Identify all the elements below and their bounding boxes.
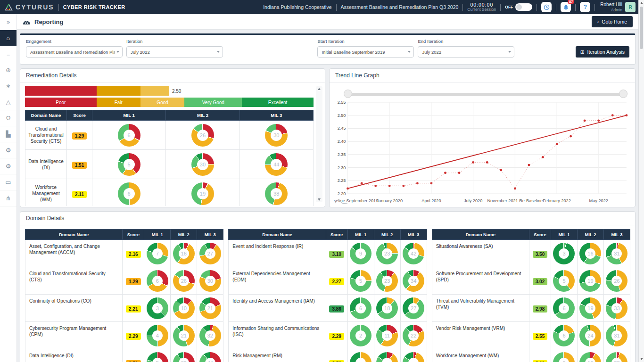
mil-donut-chart: 16 <box>173 243 195 264</box>
mil-cell: 6 <box>92 179 166 206</box>
donut-count: 44 <box>205 358 215 362</box>
score-cell: 3.50 <box>529 240 551 267</box>
iteration-analysis-button[interactable]: ⊞ Iteration Analysis <box>576 46 629 58</box>
goto-home-button[interactable]: ‹ Goto Home <box>592 16 633 27</box>
donut-count: 33 <box>611 303 622 313</box>
mil-cell: 38 <box>239 179 313 206</box>
sidebar-item-home[interactable]: ⌂ <box>0 30 17 46</box>
domain-name: Software Procurement and Development (SP… <box>432 267 529 295</box>
mil-cell: 27 <box>197 240 223 267</box>
data-point <box>361 182 363 184</box>
column-header: Domain Name <box>432 230 529 240</box>
user-info: Robert Hill Admin <box>600 2 622 12</box>
scale-segment-excellent: Excellent <box>242 98 314 107</box>
sidebar-item-admin-gears[interactable]: ⚙ <box>0 142 17 158</box>
domain-name: Vendor Risk Management (VRM) <box>432 322 529 349</box>
svg-text:2.45: 2.45 <box>338 126 346 131</box>
scrollbar-thumb[interactable] <box>640 7 643 49</box>
mil-cell: 21 <box>197 295 223 322</box>
sidebar-item-reports[interactable]: ▙ <box>0 126 17 142</box>
session-toggle[interactable] <box>515 3 532 11</box>
iteration-select[interactable]: July 2022 <box>126 46 223 58</box>
score-badge: 1.29 <box>126 278 140 285</box>
table-row: Event and Incident Response (IR)3.109234… <box>229 240 427 267</box>
user-name: Robert Hill <box>600 2 622 8</box>
mil-cell: 19 <box>166 179 239 206</box>
chart-preview-icon[interactable] <box>334 197 348 204</box>
sidebar-item-risk[interactable]: △ <box>0 94 17 110</box>
panel-scrollbar[interactable] <box>316 86 322 202</box>
divider <box>58 4 59 11</box>
risk-icon: △ <box>6 99 11 105</box>
svg-text:January 2020: January 2020 <box>376 198 403 203</box>
scale-segment-poor: Poor <box>25 98 97 107</box>
donut-count: 6 <box>355 303 366 313</box>
start-iteration-select[interactable]: Initial Baseline September 2019 <box>317 46 414 58</box>
sidebar-item-engagements[interactable]: ≡ <box>0 46 17 62</box>
mil-cell: 34 <box>400 267 427 295</box>
domain-name: Cloud and Transformational Security (CTS… <box>25 267 123 295</box>
sidebar-item-settings-gear[interactable]: ⚙ <box>0 158 17 174</box>
domain-name: Event and Incident Response (IR) <box>229 240 326 267</box>
mil-cell: 30 <box>166 150 239 179</box>
mil-cell: 5 <box>144 349 171 362</box>
domain-name: Threat and Vulnerability Management (TVM… <box>432 295 529 322</box>
clock-button[interactable] <box>541 2 552 12</box>
sidebar-item-collapse[interactable]: » <box>0 14 17 30</box>
sidebar-item-search[interactable]: ⊕ <box>0 62 17 78</box>
slider-track[interactable] <box>346 93 626 96</box>
table-row: Workforce Management (WM)2.1161938 <box>432 349 630 362</box>
mil-donut-chart: 19 <box>579 297 601 319</box>
donut-count: 34 <box>408 276 419 286</box>
end-iteration-select[interactable]: July 2022 <box>418 46 514 58</box>
scroll-up-icon[interactable] <box>640 2 643 4</box>
table-header-row: Domain NameScoreMIL 1MIL 2MIL 3 <box>25 230 223 240</box>
donut-count: 5 <box>124 159 135 170</box>
sidebar-item-workflow[interactable]: ⋔ <box>0 190 17 206</box>
mil-cell: 3 <box>144 295 171 322</box>
engagement-select[interactable]: Assessment Baseline and Remediation Plan… <box>26 46 123 58</box>
scroll-down-icon[interactable] <box>640 358 643 360</box>
page-scrollbar[interactable] <box>638 0 644 362</box>
svg-text:2.40: 2.40 <box>338 139 346 144</box>
sidebar-item-workspace[interactable]: ▭ <box>0 174 17 190</box>
slider-handle-right[interactable] <box>619 90 627 98</box>
brand[interactable]: CYTURUS <box>5 3 54 11</box>
mil-donut-chart: 21 <box>199 297 221 319</box>
admin-gears-icon: ⚙ <box>6 147 11 153</box>
domain-name: Continuity of Operations (CO) <box>25 295 123 322</box>
slider-handle-left[interactable] <box>344 90 352 98</box>
sidebar-item-remediation[interactable]: ∗ <box>0 78 17 94</box>
mil-donut-chart: 23 <box>376 243 398 264</box>
data-point <box>374 185 377 187</box>
mil-cell: 33 <box>603 295 630 322</box>
column-header: MIL 1 <box>92 110 166 121</box>
home-icon: ⌂ <box>7 35 10 41</box>
top-navbar: CYTURUS CYBER RISK TRACKER Indiana Publi… <box>0 0 644 14</box>
collapse-icon: » <box>7 19 10 25</box>
svg-text:May 2022: May 2022 <box>589 198 608 203</box>
avatar[interactable]: R <box>625 2 636 12</box>
table-row: Vendor Risk Management (VRM)2.5562431 <box>432 322 630 349</box>
divider <box>500 4 501 11</box>
column-header: Score <box>67 110 92 121</box>
column-header: Domain Name <box>25 110 67 121</box>
help-button[interactable]: ? <box>580 2 590 12</box>
mil-cell: 44 <box>239 150 313 179</box>
mil-donut-chart: 33 <box>606 297 627 319</box>
column-header: MIL 2 <box>171 230 197 240</box>
score-cell: 2.21 <box>123 295 144 322</box>
notifications-button[interactable]: 87 <box>561 2 571 12</box>
sidebar-item-user-badge[interactable]: Ω <box>0 110 17 126</box>
mil-donut-chart: 22 <box>403 325 424 346</box>
brand-name: CYTURUS <box>16 3 54 11</box>
scroll-down-icon[interactable] <box>318 198 321 201</box>
donut-count: 31 <box>611 330 622 341</box>
score-cell: 2.16 <box>123 240 144 267</box>
fair-fill <box>97 86 140 96</box>
mil-cell <box>347 349 374 362</box>
scroll-up-icon[interactable] <box>318 88 321 90</box>
donut-count: 2 <box>355 330 366 341</box>
mil-cell: 44 <box>197 349 223 362</box>
mil-cell: 2 <box>347 322 374 349</box>
